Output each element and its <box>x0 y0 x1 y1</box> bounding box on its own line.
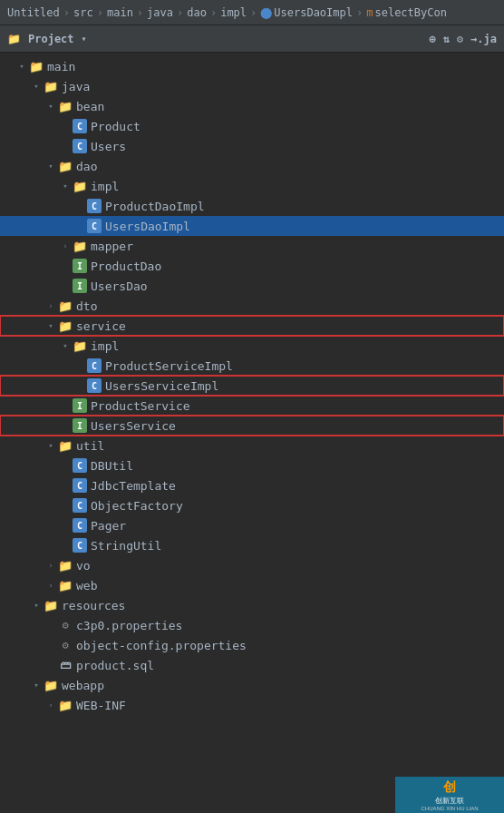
tree-item-web[interactable]: 📁web <box>0 575 504 595</box>
icon-ProductDaoImpl: C <box>87 199 102 213</box>
tree-item-impl-dao[interactable]: 📁impl <box>0 176 504 196</box>
arrow-ProductServiceImpl[interactable] <box>73 358 87 373</box>
arrow-WEB-INF[interactable] <box>44 698 58 712</box>
project-title: Project <box>28 33 74 45</box>
tree-item-resources[interactable]: 📁resources <box>0 595 504 615</box>
arrow-UsersDao[interactable] <box>58 279 73 293</box>
label-ProductDao: ProductDao <box>91 260 161 273</box>
icon-dto: 📁 <box>58 299 73 313</box>
tree-item-Users[interactable]: CUsers <box>0 136 504 156</box>
icon-ProductService: I <box>73 398 87 413</box>
tree-item-StringUtil[interactable]: CStringUtil <box>0 535 504 555</box>
arrow-UsersDaoImpl[interactable] <box>73 219 87 233</box>
add-icon[interactable]: ⊕ <box>429 33 435 45</box>
label-ProductDaoImpl: ProductDaoImpl <box>105 200 205 213</box>
label-ProductService: ProductService <box>91 399 190 413</box>
arrow-impl-dao[interactable] <box>58 179 73 193</box>
tree-item-java[interactable]: 📁java <box>0 76 504 96</box>
tree-item-bean[interactable]: 📁bean <box>0 96 504 116</box>
icon-product.sql: 🗃 <box>58 658 73 672</box>
arrow-JdbcTemplate[interactable] <box>58 478 73 493</box>
arrow-ObjectFactory[interactable] <box>58 498 73 513</box>
arrow-DBUtil[interactable] <box>58 458 73 473</box>
tree-item-dto[interactable]: 📁dto <box>0 296 504 316</box>
project-tree: 📁main📁java📁beanCProductCUsers📁dao📁implCP… <box>0 53 504 813</box>
arrow-bean[interactable] <box>44 99 58 113</box>
label-UsersDaoImpl: UsersDaoImpl <box>105 220 190 233</box>
tree-item-dao[interactable]: 📁dao <box>0 156 504 176</box>
tree-item-object-config.properties[interactable]: ⚙object-config.properties <box>0 635 504 655</box>
arrow-Users[interactable] <box>58 139 73 153</box>
tree-item-DBUtil[interactable]: CDBUtil <box>0 455 504 475</box>
icon-ProductDao: I <box>73 259 87 273</box>
icon-bean: 📁 <box>58 99 73 113</box>
icon-java: 📁 <box>44 79 58 93</box>
sort-icon[interactable]: ⇅ <box>443 33 450 45</box>
tree-item-product.sql[interactable]: 🗃product.sql <box>0 655 504 675</box>
label-UsersService: UsersService <box>91 419 176 433</box>
tree-item-c3p0.properties[interactable]: ⚙c3p0.properties <box>0 615 504 635</box>
label-StringUtil: StringUtil <box>91 539 161 553</box>
arrow-dao[interactable] <box>44 159 58 173</box>
arrow-ProductDaoImpl[interactable] <box>73 199 87 213</box>
label-DBUtil: DBUtil <box>91 459 133 473</box>
settings-icon[interactable]: ⚙ <box>457 33 463 45</box>
icon-impl-service: 📁 <box>73 338 87 353</box>
arrow-impl-service[interactable] <box>58 338 73 353</box>
icon-impl-dao: 📁 <box>73 179 87 193</box>
tree-item-UsersServiceImpl[interactable]: CUsersServiceImpl <box>0 376 504 396</box>
arrow-vo[interactable] <box>44 558 58 573</box>
arrow-StringUtil[interactable] <box>58 538 73 553</box>
tree-item-service[interactable]: 📁service <box>0 316 504 336</box>
tree-item-JdbcTemplate[interactable]: CJdbcTemplate <box>0 475 504 495</box>
tree-item-ProductDaoImpl[interactable]: CProductDaoImpl <box>0 196 504 216</box>
arrow-web[interactable] <box>44 578 58 593</box>
dropdown-icon[interactable]: ▾ <box>82 34 87 44</box>
tree-item-Product[interactable]: CProduct <box>0 116 504 136</box>
arrow-service[interactable] <box>44 318 58 333</box>
tree-item-WEB-INF[interactable]: 📁WEB-INF <box>0 695 504 715</box>
tree-item-main[interactable]: 📁main <box>0 56 504 76</box>
tree-item-UsersDaoImpl[interactable]: CUsersDaoImpl <box>0 216 504 236</box>
arrow-mapper[interactable] <box>58 239 73 253</box>
label-service: service <box>76 319 126 333</box>
arrow-ProductDao[interactable] <box>58 259 73 273</box>
tree-item-UsersService[interactable]: IUsersService <box>0 416 504 436</box>
arrow-Pager[interactable] <box>58 518 73 533</box>
label-java: java <box>62 80 90 93</box>
label-impl-dao: impl <box>91 180 119 193</box>
watermark-line2: CHUANG XIN HU LIAN <box>421 806 478 811</box>
arrow-main[interactable] <box>15 59 29 73</box>
tree-item-UsersDao[interactable]: IUsersDao <box>0 276 504 296</box>
label-UsersDao: UsersDao <box>91 279 148 293</box>
icon-UsersDaoImpl: C <box>87 219 102 233</box>
tree-item-vo[interactable]: 📁vo <box>0 555 504 575</box>
icon-resources: 📁 <box>44 598 58 612</box>
tree-item-ProductDao[interactable]: IProductDao <box>0 256 504 276</box>
tree-item-ProductServiceImpl[interactable]: CProductServiceImpl <box>0 356 504 376</box>
watermark-logo: 创 创新互联 CHUANG XIN HU LIAN <box>421 779 478 811</box>
arrow-ProductService[interactable] <box>58 398 73 413</box>
arrow-Product[interactable] <box>58 119 73 133</box>
arrow-UsersServiceImpl[interactable] <box>73 378 87 393</box>
tree-item-Pager[interactable]: CPager <box>0 515 504 535</box>
tree-item-impl-service[interactable]: 📁impl <box>0 336 504 356</box>
icon-util: 📁 <box>58 438 73 453</box>
arrow-util[interactable] <box>44 438 58 453</box>
arrow-dto[interactable] <box>44 299 58 313</box>
arrow-UsersService[interactable] <box>58 418 73 433</box>
arrow-resources[interactable] <box>29 598 44 612</box>
navigate-icon[interactable]: →.ja <box>470 33 497 45</box>
arrow-object-config.properties[interactable] <box>44 638 58 652</box>
arrow-webapp[interactable] <box>29 678 44 692</box>
tree-item-util[interactable]: 📁util <box>0 436 504 455</box>
tree-item-ProductService[interactable]: IProductService <box>0 396 504 416</box>
arrow-product.sql[interactable] <box>44 658 58 672</box>
tree-item-ObjectFactory[interactable]: CObjectFactory <box>0 495 504 515</box>
toolbar: 📁 Project ▾ ⊕ ⇅ ⚙ →.ja <box>0 25 504 53</box>
tree-item-webapp[interactable]: 📁webapp <box>0 675 504 695</box>
arrow-java[interactable] <box>29 79 44 93</box>
icon-UsersService: I <box>73 418 87 433</box>
tree-item-mapper[interactable]: 📁mapper <box>0 236 504 256</box>
arrow-c3p0.properties[interactable] <box>44 618 58 632</box>
